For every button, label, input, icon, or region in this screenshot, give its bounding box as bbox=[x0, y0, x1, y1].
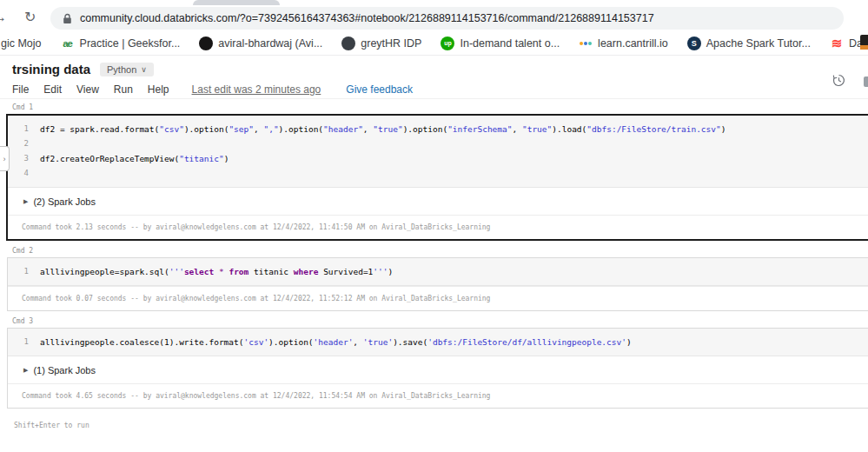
cell-results: ▶(2) Spark JobsCommand took 2.13 seconds… bbox=[8, 188, 868, 239]
reload-icon[interactable]: ↻ bbox=[24, 9, 36, 25]
forward-icon[interactable]: → bbox=[0, 10, 7, 25]
bookmark-item[interactable]: greytHR IDP bbox=[341, 37, 421, 50]
expand-arrow-icon: ▶ bbox=[23, 198, 28, 205]
line-number: 1 bbox=[8, 122, 40, 136]
line-number: 1 bbox=[8, 335, 40, 349]
geeksforgeeks-icon: ae bbox=[61, 37, 75, 50]
give-feedback-link[interactable]: Give feedback bbox=[346, 83, 413, 96]
bookmark-label: learn.cantrill.io bbox=[598, 37, 668, 50]
command-status: Command took 4.65 seconds -- by aviral@k… bbox=[8, 383, 868, 408]
notebook-cell[interactable]: 1alllivingpeople=spark.sql('''select * f… bbox=[7, 257, 868, 311]
spark-jobs-toggle[interactable]: ▶(2) Spark Jobs bbox=[8, 188, 868, 215]
menu-items: FileEditViewRunHelp bbox=[12, 83, 169, 96]
bookmark-label: greytHR IDP bbox=[361, 37, 421, 50]
databricks-icon: ≋ bbox=[830, 37, 844, 50]
bookmark-label: In-demand talent o... bbox=[460, 37, 560, 50]
cell-results: Command took 0.07 seconds -- by aviral@k… bbox=[8, 286, 868, 310]
bookmark-label: Apache Spark Tutor... bbox=[706, 37, 811, 50]
url-text[interactable]: community.cloud.databricks.com/?o=739245… bbox=[80, 12, 654, 24]
bookmark-item[interactable]: aviral-bhardwaj (Avi... bbox=[199, 37, 322, 50]
spark-jobs-label: (1) Spark Jobs bbox=[33, 365, 96, 376]
lock-icon[interactable] bbox=[63, 13, 72, 24]
extension-icon[interactable] bbox=[860, 35, 868, 50]
code-editor[interactable]: 1df2 = spark.read.format("csv").option("… bbox=[8, 116, 868, 188]
code-editor[interactable]: 1alllivingpeople.coalesce(1).write.forma… bbox=[8, 329, 868, 356]
bookmarks-bar: gic MojoaePractice | Geeksfor...aviral-b… bbox=[0, 31, 868, 56]
notebook-cell[interactable]: 1df2 = spark.read.format("csv").option("… bbox=[6, 114, 868, 241]
code-line: df2 = spark.read.format("csv").option("s… bbox=[40, 122, 726, 136]
line-number: 3 bbox=[8, 151, 40, 166]
command-status: Command took 0.07 seconds -- by aviral@k… bbox=[8, 286, 868, 310]
bookmark-item[interactable]: learn.cantrill.io bbox=[579, 37, 668, 50]
menu-item-edit[interactable]: Edit bbox=[43, 83, 62, 96]
line-number: 2 bbox=[8, 136, 40, 151]
language-label: Python bbox=[107, 64, 136, 75]
globe-icon bbox=[341, 37, 355, 50]
code-line: alllivingpeople=spark.sql('''select * fr… bbox=[40, 264, 393, 279]
bookmark-item[interactable]: upIn-demand talent o... bbox=[441, 37, 560, 50]
spark-jobs-label: (2) Spark Jobs bbox=[33, 196, 96, 207]
line-number: 1 bbox=[8, 264, 40, 279]
cell-label: Cmd 2 bbox=[12, 247, 868, 255]
code-line: alllivingpeople.coalesce(1).write.format… bbox=[40, 335, 632, 349]
run-hint: Shift+Enter to run bbox=[14, 422, 868, 429]
header-icon-fragment bbox=[864, 76, 868, 87]
bookmark-item[interactable]: gic Mojo bbox=[1, 37, 42, 50]
cell-results: ▶(1) Spark JobsCommand took 4.65 seconds… bbox=[8, 356, 868, 408]
cell-label: Cmd 3 bbox=[12, 317, 868, 325]
upwork-icon: up bbox=[441, 37, 454, 50]
code-line: df2.createOrReplaceTempView("titanic") bbox=[40, 151, 229, 166]
notebook-body: Cmd 11df2 = spark.read.format("csv").opt… bbox=[0, 98, 868, 452]
menu-item-view[interactable]: View bbox=[76, 83, 99, 96]
command-status: Command took 2.13 seconds -- by aviral@k… bbox=[8, 215, 868, 239]
chevron-down-icon: ∨ bbox=[141, 65, 147, 74]
bookmark-item[interactable]: aePractice | Geeksfor... bbox=[61, 37, 181, 50]
sidebar-expand-chevron-icon[interactable]: › bbox=[0, 146, 10, 171]
revision-history-icon[interactable] bbox=[832, 73, 846, 88]
line-number: 4 bbox=[8, 166, 40, 181]
notebook-menubar: FileEditViewRunHelp Last edit was 2 minu… bbox=[12, 83, 413, 96]
notebook-title[interactable]: trsining data bbox=[12, 62, 90, 76]
bookmark-label: Practice | Geeksfor... bbox=[80, 37, 181, 50]
last-edit-link[interactable]: Last edit was 2 minutes ago bbox=[192, 83, 321, 96]
notebook-cell[interactable]: 1alllivingpeople.coalesce(1).write.forma… bbox=[7, 328, 868, 409]
menu-item-run[interactable]: Run bbox=[114, 83, 133, 96]
spark-jobs-toggle[interactable]: ▶(1) Spark Jobs bbox=[8, 356, 868, 383]
browser-toolbar: → ↻ community.cloud.databricks.com/?o=73… bbox=[0, 5, 868, 31]
bookmark-item[interactable]: SApache Spark Tutor... bbox=[687, 37, 811, 50]
code-editor[interactable]: 1alllivingpeople=spark.sql('''select * f… bbox=[8, 258, 868, 286]
spark-icon: S bbox=[687, 37, 701, 50]
cell-label: Cmd 1 bbox=[12, 103, 868, 111]
dots-icon bbox=[579, 37, 593, 50]
language-selector[interactable]: Python ∨ bbox=[100, 63, 154, 76]
github-icon bbox=[199, 37, 213, 50]
menu-item-help[interactable]: Help bbox=[148, 83, 169, 96]
notebook-header: trsining data Python ∨ FileEditViewRunHe… bbox=[0, 56, 868, 98]
address-bar[interactable]: community.cloud.databricks.com/?o=739245… bbox=[50, 7, 844, 30]
bookmark-label: aviral-bhardwaj (Avi... bbox=[218, 37, 322, 50]
expand-arrow-icon: ▶ bbox=[23, 367, 28, 374]
menu-item-file[interactable]: File bbox=[12, 83, 29, 96]
cells-container: Cmd 11df2 = spark.read.format("csv").opt… bbox=[0, 103, 868, 409]
bookmark-label: gic Mojo bbox=[1, 37, 42, 50]
